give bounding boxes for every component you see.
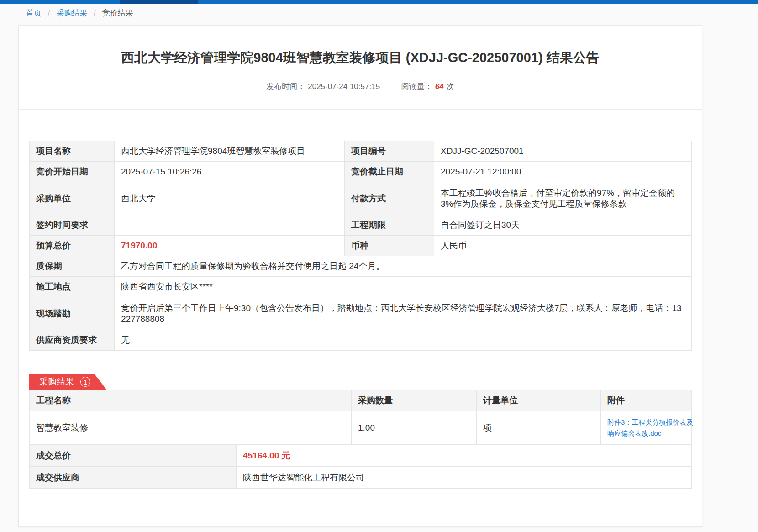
publish-time-value: 2025-07-24 10:57:15	[308, 82, 380, 91]
info-row-site-visit: 现场踏勘 竞价开启后第三个工作日上午9:30（包含公告发布日），踏勘地点：西北大…	[30, 297, 692, 330]
info-row-purchaser-payment: 采购单位 西北大学 付款方式 本工程竣工验收合格后，付至审定价款的97%，留审定…	[30, 182, 692, 215]
label-project-code: 项目编号	[345, 141, 434, 162]
result-ribbon-label: 采购结果	[39, 376, 74, 388]
breadcrumb-current-bidding-results: 竞价结果	[102, 9, 133, 17]
measure-unit: 项	[477, 411, 601, 445]
value-supplier-qualification: 无	[115, 330, 692, 351]
breadcrumb: 首页 / 采购结果 / 竞价结果	[26, 8, 133, 18]
label-purchaser: 采购单位	[30, 182, 115, 215]
breadcrumb-link-procurement-results[interactable]: 采购结果	[56, 9, 87, 17]
result-count-badge: 1	[80, 377, 90, 387]
value-construction-site: 陕西省西安市长安区****	[115, 277, 692, 297]
info-row-budget-currency: 预算总价 71970.00 币种 人民币	[30, 236, 692, 256]
label-currency: 币种	[345, 236, 434, 256]
topbar-active-tab-indicator	[120, 0, 198, 4]
deal-table: 成交总价 45164.00 元 成交供应商 陕西世华达智能化工程有限公司	[29, 444, 692, 489]
purchase-quantity: 1.00	[352, 411, 477, 445]
value-currency: 人民币	[434, 236, 692, 256]
info-row-site: 施工地点 陕西省西安市长安区****	[30, 277, 692, 297]
label-construction-site: 施工地点	[30, 277, 115, 297]
header-attachment: 附件	[601, 390, 692, 411]
label-project-duration: 工程期限	[345, 215, 434, 236]
views-label: 阅读量：	[401, 82, 432, 91]
announcement-card: 西北大学经济管理学院9804班智慧教室装修项目 (XDJJ-GC-2025070…	[18, 25, 702, 527]
value-purchaser: 西北大学	[115, 182, 345, 215]
info-row-dates: 竞价开始日期 2025-07-15 10:26:26 竞价截止日期 2025-0…	[30, 162, 692, 182]
result-header-row: 工程名称 采购数量 计量单位 附件	[30, 390, 692, 411]
value-signing-time-requirement	[115, 215, 345, 236]
header-purchase-quantity: 采购数量	[352, 390, 477, 411]
attachment-link-line1: 附件3：工程类分项报价表及	[607, 417, 689, 428]
project-item-name: 智慧教室装修	[30, 411, 352, 445]
header-project-item-name: 工程名称	[30, 390, 352, 411]
value-project-name: 西北大学经济管理学院9804班智慧教室装修项目	[115, 141, 345, 162]
announcement-meta: 发布时间：2025-07-24 10:57:15 阅读量：64次	[19, 81, 702, 109]
info-row-signing-duration: 签约时间要求 工程期限 自合同签订之日30天	[30, 215, 692, 236]
label-bid-end-date: 竞价截止日期	[345, 162, 434, 182]
label-bid-start-date: 竞价开始日期	[30, 162, 115, 182]
result-ribbon: 采购结果 1	[29, 374, 107, 390]
breadcrumb-link-home[interactable]: 首页	[26, 9, 42, 17]
label-warranty-period: 质保期	[30, 256, 115, 277]
label-site-visit: 现场踏勘	[30, 297, 115, 330]
value-bid-end-date: 2025-07-21 12:00:00	[434, 162, 692, 182]
result-table: 工程名称 采购数量 计量单位 附件 智慧教室装修 1.00 项 附件3：工程类分…	[29, 390, 692, 445]
views-unit: 次	[447, 82, 454, 91]
announcement-header: 西北大学经济管理学院9804班智慧教室装修项目 (XDJJ-GC-2025070…	[19, 26, 702, 110]
deal-supplier-value: 陕西世华达智能化工程有限公司	[237, 467, 692, 489]
deal-total-value: 45164.00 元	[237, 445, 692, 467]
value-bid-start-date: 2025-07-15 10:26:26	[115, 162, 345, 182]
attachment-link[interactable]: 附件3：工程类分项报价表及 响应偏离表改.doc	[607, 417, 689, 439]
announcement-body: 项目名称 西北大学经济管理学院9804班智慧教室装修项目 项目编号 XDJJ-G…	[19, 141, 702, 489]
label-project-name: 项目名称	[30, 141, 115, 162]
value-warranty-period: 乙方对合同工程的质量保修期为验收合格并交付使用之日起 24个月。	[115, 256, 692, 277]
value-project-duration: 自合同签订之日30天	[434, 215, 692, 236]
page-title: 西北大学经济管理学院9804班智慧教室装修项目 (XDJJ-GC-2025070…	[19, 48, 702, 67]
attachment-link-line2: 响应偏离表改.doc	[607, 428, 689, 439]
value-project-code: XDJJ-GC-202507001	[434, 141, 692, 162]
deal-supplier-row: 成交供应商 陕西世华达智能化工程有限公司	[30, 467, 692, 489]
breadcrumb-separator: /	[94, 9, 96, 17]
info-row-qualification: 供应商资质要求 无	[30, 330, 692, 351]
value-payment-method: 本工程竣工验收合格后，付至审定价款的97%，留审定金额的3%作为质保金，质保金支…	[434, 182, 692, 215]
value-site-visit: 竞价开启后第三个工作日上午9:30（包含公告发布日），踏勘地点：西北大学长安校区…	[115, 297, 692, 330]
attachment-cell: 附件3：工程类分项报价表及 响应偏离表改.doc	[601, 411, 692, 445]
result-data-row: 智慧教室装修 1.00 项 附件3：工程类分项报价表及 响应偏离表改.doc	[30, 411, 692, 445]
deal-total-row: 成交总价 45164.00 元	[30, 445, 692, 467]
label-payment-method: 付款方式	[345, 182, 434, 215]
info-row-warranty: 质保期 乙方对合同工程的质量保修期为验收合格并交付使用之日起 24个月。	[30, 256, 692, 277]
info-row-project: 项目名称 西北大学经济管理学院9804班智慧教室装修项目 项目编号 XDJJ-G…	[30, 141, 692, 162]
deal-supplier-label: 成交供应商	[30, 467, 237, 489]
label-budget-total: 预算总价	[30, 236, 115, 256]
header-measure-unit: 计量单位	[477, 390, 601, 411]
label-signing-time-requirement: 签约时间要求	[30, 215, 115, 236]
topbar	[0, 0, 758, 4]
publish-time-label: 发布时间：	[266, 82, 305, 91]
deal-total-label: 成交总价	[30, 445, 237, 467]
label-supplier-qualification: 供应商资质要求	[30, 330, 115, 351]
breadcrumb-separator: /	[48, 9, 50, 17]
value-budget-total: 71970.00	[115, 236, 345, 256]
views-count: 64	[435, 82, 444, 91]
info-table: 项目名称 西北大学经济管理学院9804班智慧教室装修项目 项目编号 XDJJ-G…	[29, 141, 692, 351]
